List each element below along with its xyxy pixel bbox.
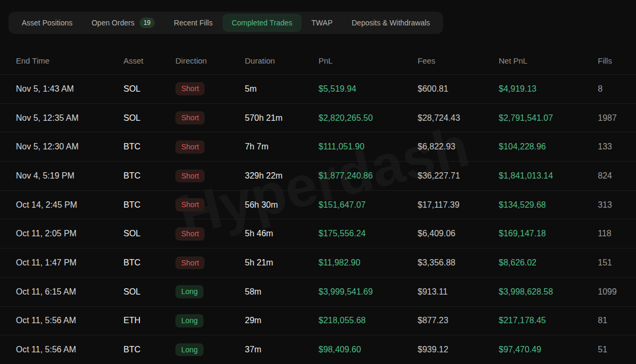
tab-completed-trades[interactable]: Completed Trades (223, 14, 301, 32)
tab-label: Open Orders (92, 19, 135, 27)
cell-pnl: $3,999,541.69 (319, 287, 418, 297)
cell-asset: SOL (123, 229, 175, 238)
cell-asset: BTC (123, 200, 175, 210)
column-header-net-pnl: Net PnL (499, 56, 598, 65)
cell-asset: BTC (123, 142, 175, 152)
cell-pnl: $175,556.24 (319, 229, 418, 238)
cell-fees: $877.23 (418, 316, 499, 325)
cell-fills: 8 (598, 84, 620, 94)
direction-badge: Short (175, 256, 205, 270)
cell-fills: 118 (598, 229, 620, 238)
cell-fills: 1987 (598, 113, 620, 123)
cell-net-pnl: $217,178.45 (499, 316, 598, 325)
tab-label: Deposits & Withdrawals (351, 19, 430, 27)
completed-trades-table: End TimeAssetDirectionDurationPnLFeesNet… (0, 47, 636, 364)
cell-net-pnl: $97,470.49 (499, 345, 598, 354)
table-row[interactable]: Oct 11, 5:56 AMETHLong29m$218,055.68$877… (0, 306, 636, 335)
cell-asset: SOL (123, 113, 175, 123)
cell-net-pnl: $104,228.96 (499, 142, 598, 152)
tab-label: Asset Positions (22, 19, 73, 27)
cell-direction: Long (175, 285, 245, 298)
cell-pnl: $11,982.90 (319, 258, 418, 268)
table-header-row: End TimeAssetDirectionDurationPnLFeesNet… (0, 47, 636, 74)
cell-end-time: Nov 5, 12:30 AM (16, 142, 123, 152)
cell-pnl: $5,519.94 (319, 84, 418, 94)
cell-duration: 58m (245, 287, 319, 297)
cell-net-pnl: $8,626.02 (499, 258, 598, 268)
cell-net-pnl: $1,841,013.14 (499, 171, 598, 181)
tab-asset-positions[interactable]: Asset Positions (13, 14, 82, 32)
direction-badge: Long (175, 285, 204, 298)
table-row[interactable]: Oct 11, 1:47 PMBTCShort5h 21m$11,982.90$… (0, 248, 636, 277)
cell-direction: Short (175, 198, 245, 211)
direction-badge: Short (175, 111, 205, 125)
column-header-end-time: End Time (16, 56, 123, 65)
table-row[interactable]: Oct 14, 2:45 PMBTCShort56h 30m$151,647.0… (0, 190, 636, 219)
column-header-fees: Fees (418, 56, 499, 65)
cell-pnl: $2,820,265.50 (319, 113, 418, 123)
cell-pnl: $111,051.90 (319, 142, 418, 152)
cell-end-time: Nov 5, 12:35 AM (16, 113, 123, 123)
cell-pnl: $1,877,240.86 (319, 171, 418, 181)
direction-badge: Short (175, 227, 205, 241)
tab-open-orders[interactable]: Open Orders19 (83, 13, 164, 33)
cell-asset: SOL (123, 84, 175, 94)
cell-fees: $36,227.71 (418, 171, 499, 181)
column-header-fills: Fills (598, 56, 620, 65)
cell-asset: BTC (123, 345, 175, 354)
cell-fills: 313 (598, 200, 620, 210)
cell-end-time: Oct 14, 2:45 PM (16, 200, 123, 210)
column-header-duration: Duration (245, 56, 319, 65)
cell-duration: 5h 46m (245, 229, 319, 238)
cell-duration: 37m (245, 345, 319, 354)
table-row[interactable]: Nov 4, 5:19 PMBTCShort329h 22m$1,877,240… (0, 161, 636, 190)
direction-badge: Short (175, 140, 205, 154)
cell-fees: $6,822.93 (418, 142, 499, 152)
direction-badge: Short (175, 82, 205, 95)
table-row[interactable]: Nov 5, 12:30 AMBTCShort7h 7m$111,051.90$… (0, 132, 636, 161)
cell-end-time: Oct 11, 5:56 AM (16, 316, 123, 325)
cell-net-pnl: $2,791,541.07 (499, 113, 598, 123)
cell-asset: ETH (123, 316, 175, 325)
cell-duration: 5h 21m (245, 258, 319, 268)
cell-fees: $939.12 (418, 345, 499, 354)
cell-pnl: $218,055.68 (319, 316, 418, 325)
tab-recent-fills[interactable]: Recent Fills (165, 14, 222, 32)
cell-duration: 570h 21m (245, 113, 319, 123)
cell-duration: 56h 30m (245, 200, 319, 210)
cell-end-time: Oct 11, 6:15 AM (16, 287, 123, 297)
cell-net-pnl: $134,529.68 (499, 200, 598, 210)
cell-end-time: Oct 11, 5:56 AM (16, 345, 123, 354)
tab-deposits-withdrawals[interactable]: Deposits & Withdrawals (342, 14, 439, 32)
cell-asset: BTC (123, 171, 175, 181)
cell-direction: Short (175, 227, 245, 241)
cell-fees: $3,356.88 (418, 258, 499, 268)
cell-pnl: $98,409.60 (319, 345, 418, 354)
cell-direction: Short (175, 170, 245, 183)
cell-end-time: Nov 4, 5:19 PM (16, 171, 123, 181)
tab-label: Completed Trades (232, 19, 292, 27)
tab-twap[interactable]: TWAP (303, 14, 342, 32)
cell-direction: Short (175, 82, 245, 95)
table-row[interactable]: Oct 11, 2:05 PMSOLShort5h 46m$175,556.24… (0, 219, 636, 248)
direction-badge: Long (175, 343, 204, 357)
cell-fees: $17,117.39 (418, 200, 499, 210)
table-row[interactable]: Nov 5, 1:43 AMSOLShort5m$5,519.94$600.81… (0, 74, 636, 103)
cell-net-pnl: $3,998,628.58 (499, 287, 598, 297)
cell-duration: 7h 7m (245, 142, 319, 152)
cell-fills: 1099 (598, 287, 620, 297)
cell-direction: Long (175, 314, 245, 327)
cell-end-time: Oct 11, 1:47 PM (16, 258, 123, 268)
column-header-asset: Asset (123, 56, 175, 65)
table-body: Nov 5, 1:43 AMSOLShort5m$5,519.94$600.81… (0, 74, 636, 364)
table-row[interactable]: Nov 5, 12:35 AMSOLShort570h 21m$2,820,26… (0, 103, 636, 132)
table-row[interactable]: Oct 11, 5:56 AMBTCLong37m$98,409.60$939.… (0, 335, 636, 364)
cell-asset: SOL (123, 287, 175, 297)
table-row[interactable]: Oct 11, 6:15 AMSOLLong58m$3,999,541.69$9… (0, 277, 636, 306)
direction-badge: Short (175, 198, 205, 211)
direction-badge: Long (175, 314, 204, 327)
cell-duration: 5m (245, 84, 319, 94)
cell-net-pnl: $4,919.13 (499, 84, 598, 94)
cell-fees: $28,724.43 (418, 113, 499, 123)
column-header-pnl: PnL (319, 56, 418, 65)
